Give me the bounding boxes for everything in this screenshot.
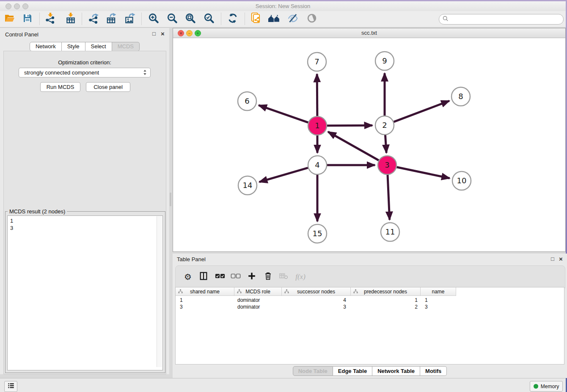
window-title: Session: New Session [0,3,566,9]
clone-network-icon [250,12,261,26]
export-image-button[interactable] [122,12,138,26]
close-table-panel-icon[interactable]: × [559,255,563,262]
float-table-panel-icon[interactable]: □ [551,256,554,262]
graph-edge-4-14[interactable] [259,168,308,182]
graph-node-label: 4 [315,160,319,169]
delete-column-button[interactable] [261,270,275,284]
table-panel-tabs: Node Table Edge Table Network Table Moti… [173,366,567,376]
control-panel: Control Panel □ × Network Style Select M… [0,28,169,374]
graph-edge-3-10[interactable] [397,167,450,178]
table-settings-button[interactable]: ⚙ [181,270,195,284]
unselect-all-button[interactable] [228,270,243,284]
zoom-in-icon [148,13,159,25]
optimization-criterion-label: Optimization criterion: [0,59,169,66]
result-line: 3 [10,224,160,232]
tab-edge-table[interactable]: Edge Table [333,366,372,376]
search-box[interactable] [439,14,564,25]
delete-table-button[interactable] [276,270,291,284]
search-input[interactable] [450,16,558,23]
show-hide-graphics-button[interactable] [285,12,300,26]
import-network-button[interactable] [43,12,58,26]
delete-table-icon [278,271,289,282]
close-panel-button[interactable]: Close panel [86,82,130,92]
cell-predecessor-nodes: 2 [351,304,418,310]
table-toolbar: ⚙ f(x) [175,265,565,288]
column-header-predecessor-nodes[interactable]: predecessor nodes [351,287,421,296]
zoom-selected-icon [204,13,215,25]
hierarchy-icon [237,289,242,295]
task-history-button[interactable] [4,381,17,392]
graph-node-label: 9 [382,56,387,65]
result-scrollbar[interactable] [157,216,162,367]
zoom-in-button[interactable] [146,12,161,26]
tab-mcds[interactable]: MCDS [112,42,140,51]
export-network-icon [88,13,99,25]
cell-shared-name: 3 [180,304,231,310]
window-titlebar: Session: New Session [0,1,566,11]
create-column-button[interactable] [245,270,259,284]
column-header-shared-name[interactable]: shared name [176,287,234,296]
cell-name: 3 [425,304,450,310]
tab-style[interactable]: Style [62,42,85,51]
network-window-title: scc.txt [173,30,565,36]
tab-node-table[interactable]: Node Table [293,366,333,376]
change-network-view-button[interactable] [267,12,282,26]
control-panel-tabs: Network Style Select MCDS [0,42,169,51]
main-toolbar [0,11,566,28]
graph-edge-1-7[interactable] [317,74,317,116]
zoom-selected-button[interactable] [201,12,217,26]
graph-edge-3-1[interactable] [328,132,379,160]
graph-edge-1-2[interactable] [327,125,372,126]
export-network-button[interactable] [86,12,101,26]
function-builder-button[interactable]: f(x) [293,270,308,284]
zoom-fit-button[interactable] [183,12,198,26]
run-mcds-button[interactable]: Run MCDS [40,82,80,92]
table-panel-title: Table Panel [177,256,206,262]
birds-eye-view-button[interactable] [304,12,319,26]
import-table-button[interactable] [63,12,78,26]
toolbar-separator [39,13,40,25]
export-table-button[interactable] [104,12,119,26]
list-icon [7,382,15,391]
network-graph[interactable]: 7968124314101511 [173,38,564,251]
open-session-button[interactable] [2,12,17,26]
column-header-mcds-role[interactable]: MCDS role [234,287,282,296]
tab-motifs[interactable]: Motifs [420,366,447,376]
save-session-button[interactable] [20,12,35,26]
memory-button[interactable]: Memory [530,381,563,392]
hierarchy-icon [284,289,289,295]
toolbar-separator [82,13,82,25]
unchecked-boxes-icon [231,273,241,281]
columns-icon [199,271,208,282]
import-table-icon [65,13,76,25]
application-window: Session: New Session [0,1,566,392]
tab-select[interactable]: Select [85,42,112,51]
apply-layout-button[interactable] [225,12,240,26]
clone-network-button[interactable] [248,12,264,26]
graph-edge-3-11[interactable] [388,175,390,220]
graph-edge-1-6[interactable] [259,105,308,123]
show-columns-button[interactable] [196,270,211,284]
close-panel-icon[interactable]: × [161,30,165,37]
graph-edge-2-8[interactable] [394,101,449,122]
float-panel-icon[interactable]: □ [152,30,156,37]
column-header-name[interactable]: name [421,287,456,296]
zoom-out-button[interactable] [165,12,180,26]
search-icon [443,16,449,23]
select-all-button[interactable] [213,270,227,284]
splitter-handle-vertical[interactable] [170,193,171,206]
graph-edge-2-3[interactable] [385,135,386,153]
tab-network-table[interactable]: Network Table [372,366,420,376]
node-table: shared name MCDS role successor nodes pr… [175,287,564,364]
criterion-select[interactable]: strongly connected component [19,68,151,77]
mcds-result-textarea[interactable]: 1 3 [7,215,163,370]
zoom-out-icon [167,13,178,25]
zoom-fit-icon [185,13,196,25]
tab-network[interactable]: Network [30,42,62,51]
column-header-successor-nodes[interactable]: successor nodes [282,287,351,296]
open-folder-icon [4,13,15,25]
cell-name: 1 [425,297,450,304]
toolbar-separator [141,13,142,25]
plus-icon [247,271,256,282]
mcds-result-title: MCDS result (2 nodes) [8,208,67,215]
